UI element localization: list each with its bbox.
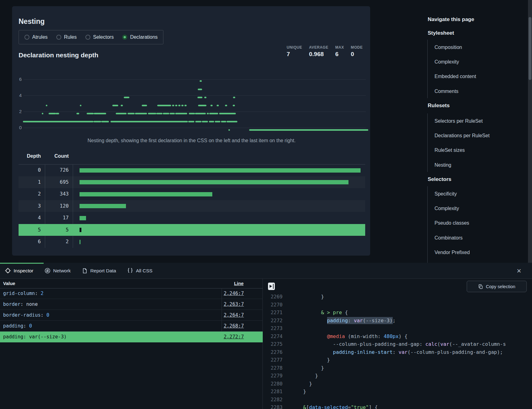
radio-icon: [85, 35, 90, 40]
toc-item-complexity[interactable]: Complexity: [435, 59, 459, 65]
radio-declarations[interactable]: Declarations: [122, 34, 158, 40]
scatter-dot-run: [56, 113, 59, 114]
depth-column-header: Depth: [23, 153, 41, 164]
tab-inspector[interactable]: Inspector: [5, 268, 33, 274]
page-scrollbar-thumb[interactable]: [529, 17, 531, 80]
tab-all-css[interactable]: All CSS: [127, 268, 152, 274]
radio-label: Rules: [64, 34, 77, 40]
tab-label: Network: [53, 268, 71, 274]
table-row[interactable]: 417: [19, 212, 365, 224]
scatter-dot-run: [200, 80, 202, 82]
scatter-dot-run: [217, 105, 219, 106]
line-link[interactable]: 2,264:7: [224, 310, 244, 320]
declaration-text: border: none: [3, 299, 38, 310]
code-line: 2276 padding-inline-start: var(--column-…: [263, 348, 532, 356]
network-icon: [45, 268, 50, 274]
radio-rules[interactable]: Rules: [56, 34, 77, 40]
bar-icon: [273, 284, 274, 289]
close-icon[interactable]: ✕: [514, 266, 524, 276]
count-bar: [80, 228, 81, 232]
scatter-dot-run: [204, 97, 206, 98]
scatter-dot-run: [178, 105, 180, 106]
scatter-dot-run: [221, 121, 226, 122]
line-column-header[interactable]: Line: [234, 281, 244, 286]
line-link[interactable]: 2,268:7: [224, 321, 244, 331]
code-line: 2282: [263, 396, 532, 404]
table-row[interactable]: 1695: [19, 176, 365, 188]
value-table-row[interactable]: padding: var(--size-3)2,272:7: [0, 332, 263, 342]
line-link[interactable]: 2,263:7: [224, 299, 244, 310]
count-bar: [80, 180, 348, 184]
radio-icon: [56, 35, 61, 40]
radio-icon: [24, 35, 29, 40]
copy-selection-label: Copy selection: [486, 284, 515, 289]
toc-item-complexity[interactable]: Complexity: [435, 206, 459, 211]
table-row[interactable]: 55: [19, 224, 365, 236]
toc-item-nesting[interactable]: Nesting: [435, 162, 451, 168]
line-number: 2271: [263, 309, 283, 317]
table-row[interactable]: 3120: [19, 200, 365, 212]
toc-item-vendor-prefixed[interactable]: Vendor Prefixed: [435, 250, 470, 255]
count-cell: 120: [52, 200, 69, 212]
code-source: &[data-selected="true"] {: [291, 403, 378, 409]
code-line: 2281 }: [263, 388, 532, 396]
toc-item-ruleset-sizes[interactable]: RuleSet sizes: [435, 147, 465, 153]
toc-item-selectors-per-ruleset[interactable]: Selectors per RuleSet: [435, 118, 483, 124]
scatter-dot-run: [101, 121, 109, 122]
scatter-dot-run: [198, 89, 202, 90]
line-number: 2279: [263, 372, 283, 380]
divider: [427, 113, 428, 172]
drawer-tabbar: Inspector Network Report Data All CSS: [0, 263, 532, 279]
toc-item-combinators[interactable]: Combinators: [435, 235, 463, 241]
toc-item-declarations-per-ruleset[interactable]: Declarations per RuleSet: [435, 133, 490, 139]
toc-item-composition[interactable]: Composition: [435, 45, 462, 50]
tab-report-data[interactable]: Report Data: [82, 268, 116, 274]
table-row[interactable]: 0726: [19, 164, 365, 176]
line-number: 2273: [263, 324, 283, 332]
tab-network[interactable]: Network: [45, 268, 71, 274]
toc-item-specificity[interactable]: Specificity: [435, 191, 457, 197]
line-number: 2282: [263, 396, 283, 404]
value-table-row[interactable]: border-radius: 02,264:7: [0, 310, 263, 321]
scatter-dot-run: [175, 105, 177, 106]
count-cell: 17: [52, 212, 69, 224]
code-lines[interactable]: 2269 }22702271 & > pre {2272 padding: va…: [263, 292, 532, 409]
value-table-row[interactable]: grid-column: 22,246:7: [0, 288, 263, 299]
scatter-dot-run: [128, 113, 135, 114]
copy-icon: [478, 284, 483, 289]
radio-selectors[interactable]: Selectors: [85, 34, 114, 40]
document-icon: [82, 268, 88, 274]
depth-cell: 5: [23, 224, 41, 236]
value-table-row[interactable]: padding: 02,268:7: [0, 321, 263, 332]
scatter-dot-run: [80, 105, 81, 106]
code-source: padding-inline-start: var(--column-plus-…: [291, 348, 503, 356]
code-source: --column-plus-padding-and-gap: calc(var(…: [291, 340, 506, 348]
toc-item-embedded-content[interactable]: Embedded content: [435, 74, 476, 79]
table-row[interactable]: 2343: [19, 188, 365, 200]
gridline: [24, 128, 366, 128]
toc-item-pseudo-classes[interactable]: Pseudo classes: [435, 220, 469, 226]
scatter-dot-run: [93, 121, 101, 122]
value-table-row[interactable]: border: none2,263:7: [0, 299, 263, 310]
line-link[interactable]: 2,272:7: [224, 332, 244, 342]
code-line: 2272 padding: var(--size-3);: [263, 317, 532, 325]
scatter-dot-run: [197, 97, 202, 98]
toc-item-comments[interactable]: Comments: [435, 89, 458, 94]
scatter-dot-run: [87, 113, 94, 114]
line-link[interactable]: 2,246:7: [224, 288, 244, 299]
scatter-dot-run: [195, 121, 201, 122]
count-cell: 726: [52, 164, 69, 176]
code-source: }: [291, 388, 306, 396]
code-source: & > pre {: [291, 309, 348, 317]
table-row[interactable]: 62: [19, 236, 365, 248]
divider: [427, 40, 428, 98]
copy-selection-button[interactable]: Copy selection: [467, 281, 527, 292]
line-number: 2283: [263, 403, 283, 409]
toc-section-stylesheet: Stylesheet: [428, 30, 454, 36]
sidebar-toggle-icon[interactable]: [268, 283, 275, 290]
line-number: 2272: [263, 317, 283, 325]
scatter-dot-run: [175, 113, 187, 114]
stat-unique: UNIQUE 7: [287, 45, 302, 58]
radio-atrules[interactable]: Atrules: [24, 34, 48, 40]
depth-cell: 1: [23, 176, 41, 188]
